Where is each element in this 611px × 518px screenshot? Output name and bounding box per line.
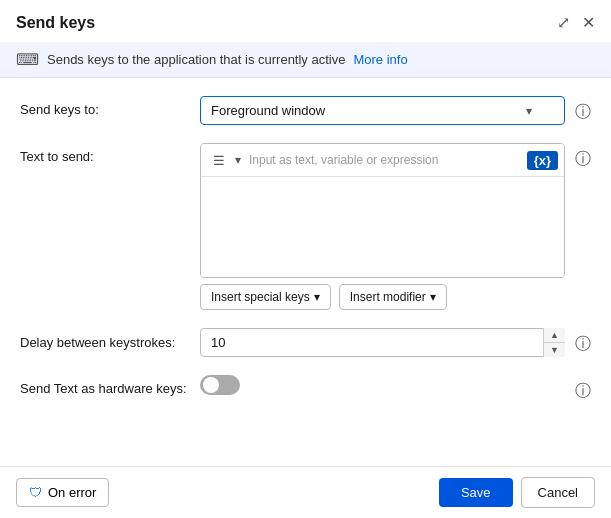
banner-text: Sends keys to the application that is cu…	[47, 52, 345, 67]
delay-decrement-button[interactable]: ▼	[544, 343, 565, 357]
info-banner: ⌨ Sends keys to the application that is …	[0, 42, 611, 78]
shield-icon: 🛡	[29, 485, 42, 500]
toggle-knob	[203, 377, 219, 393]
on-error-label: On error	[48, 485, 96, 500]
hardware-keys-control	[200, 375, 565, 395]
title-bar: Send keys ⤢ ✕	[0, 0, 611, 42]
text-placeholder: Input as text, variable or expression	[249, 153, 438, 167]
insert-special-keys-button[interactable]: Insert special keys ▾	[200, 284, 331, 310]
send-keys-to-value: Foreground window	[211, 103, 325, 118]
save-button[interactable]: Save	[439, 478, 513, 507]
delay-spinners: ▲ ▼	[543, 328, 565, 357]
send-keys-to-control: Foreground window ▾	[200, 96, 565, 125]
delay-row: Delay between keystrokes: ▲ ▼ ⓘ	[20, 328, 591, 357]
expand-icon[interactable]: ⤢	[557, 15, 570, 31]
hardware-keys-toggle[interactable]	[200, 375, 240, 395]
window-title: Send keys	[16, 14, 95, 32]
text-mode-dropdown-button[interactable]: ▾	[235, 153, 241, 167]
form-content: Send keys to: Foreground window ▾ ⓘ Text…	[0, 78, 611, 466]
insert-modifier-label: Insert modifier	[350, 290, 426, 304]
text-to-send-row: Text to send: ☰ ▾ Input as text, variabl…	[20, 143, 591, 310]
cancel-button[interactable]: Cancel	[521, 477, 595, 508]
delay-info-icon[interactable]: ⓘ	[575, 328, 591, 355]
text-area-body[interactable]	[201, 177, 564, 277]
delay-control: ▲ ▼	[200, 328, 565, 357]
text-mode-icon-button[interactable]: ☰	[207, 148, 231, 172]
text-to-send-info-icon[interactable]: ⓘ	[575, 143, 591, 170]
send-keys-to-label: Send keys to:	[20, 96, 200, 117]
insert-modifier-button[interactable]: Insert modifier ▾	[339, 284, 447, 310]
title-bar-icons: ⤢ ✕	[557, 15, 595, 31]
on-error-button[interactable]: 🛡 On error	[16, 478, 109, 507]
keyboard-icon: ⌨	[16, 50, 39, 69]
chevron-down-icon: ▾	[526, 104, 532, 118]
text-to-send-label: Text to send:	[20, 143, 200, 164]
delay-label: Delay between keystrokes:	[20, 328, 200, 352]
text-area-buttons: Insert special keys ▾ Insert modifier ▾	[200, 284, 565, 310]
delay-input-wrapper: ▲ ▼	[200, 328, 565, 357]
chevron-down-icon-special: ▾	[314, 290, 320, 304]
delay-increment-button[interactable]: ▲	[544, 328, 565, 343]
chevron-down-icon-modifier: ▾	[430, 290, 436, 304]
hardware-keys-label: Send Text as hardware keys:	[20, 375, 200, 396]
chevron-down-small-icon: ▾	[235, 153, 241, 167]
text-input-container: ☰ ▾ Input as text, variable or expressio…	[200, 143, 565, 278]
hardware-keys-row: Send Text as hardware keys: ⓘ	[20, 375, 591, 402]
text-input-toolbar: ☰ ▾ Input as text, variable or expressio…	[201, 144, 564, 177]
close-icon[interactable]: ✕	[582, 15, 595, 31]
send-keys-to-row: Send keys to: Foreground window ▾ ⓘ	[20, 96, 591, 125]
delay-input[interactable]	[200, 328, 565, 357]
send-keys-to-info-icon[interactable]: ⓘ	[575, 96, 591, 123]
hardware-keys-info-icon[interactable]: ⓘ	[575, 375, 591, 402]
insert-special-keys-label: Insert special keys	[211, 290, 310, 304]
send-keys-to-select-wrapper: Foreground window ▾	[200, 96, 565, 125]
variable-button[interactable]: {x}	[527, 151, 558, 170]
text-to-send-control: ☰ ▾ Input as text, variable or expressio…	[200, 143, 565, 310]
more-info-link[interactable]: More info	[353, 52, 407, 67]
footer: 🛡 On error Save Cancel	[0, 466, 611, 518]
send-keys-to-select[interactable]: Foreground window ▾	[200, 96, 565, 125]
